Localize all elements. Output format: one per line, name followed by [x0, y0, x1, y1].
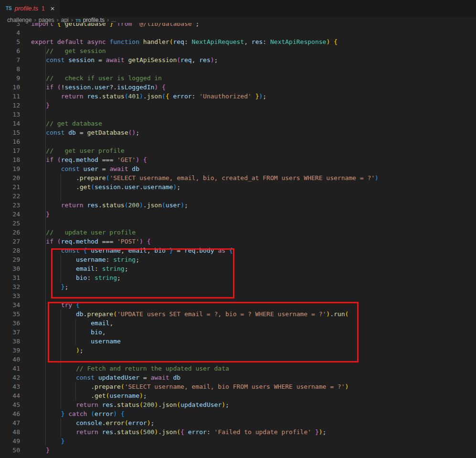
indent-guide — [45, 264, 46, 273]
indent-guide — [45, 328, 46, 337]
code-line-content: const db = getDatabase(); — [31, 128, 139, 137]
code-line: 7 const session = await getApiSession(re… — [0, 55, 476, 64]
code-line-content: .get(session.user.username); — [31, 182, 180, 192]
code-line: 8 — [0, 64, 476, 74]
code-line: 37 bio, — [0, 328, 476, 337]
indent-guide — [45, 373, 46, 382]
code-line-content: username: string; — [31, 255, 139, 264]
code-line-content: email: string; — [31, 264, 128, 273]
code-line: 21 .get(session.user.username); — [0, 182, 476, 192]
indent-guide — [45, 137, 46, 146]
code-line-content: // check if user is logged in — [31, 74, 162, 83]
indent-guide — [61, 355, 61, 364]
line-number: 14 — [0, 119, 20, 128]
line-number: 11 — [0, 92, 20, 101]
code-line: 44 .get(username); — [0, 391, 476, 400]
indent-guide — [45, 164, 46, 173]
code-editor[interactable]: 3import { getDatabase } from '@/lib/data… — [0, 19, 476, 455]
code-line: 47 console.error(error); — [0, 418, 476, 427]
indent-guide — [45, 74, 46, 83]
breadcrumb-item-[interactable]: ... — [111, 17, 116, 23]
code-line: 31 bio: string; — [0, 273, 476, 282]
code-line: 35 db.prepare('UPDATE users SET email = … — [0, 309, 476, 319]
indent-guide — [75, 391, 76, 400]
indent-guide — [45, 319, 46, 328]
line-number: 19 — [0, 164, 20, 173]
code-line: 28 const { username, email, bio } = req.… — [0, 246, 476, 255]
code-line: 39 ); — [0, 346, 476, 355]
indent-guide — [45, 300, 46, 309]
code-line: 34 try { — [0, 300, 476, 309]
indent-guide — [45, 46, 46, 55]
line-number: 21 — [0, 182, 20, 192]
indent-guide — [45, 346, 46, 355]
line-number: 22 — [0, 192, 20, 201]
indent-guide — [61, 273, 61, 282]
line-number: 48 — [0, 427, 20, 437]
indent-guide — [45, 309, 46, 319]
indent-guide — [61, 418, 61, 427]
line-number: 29 — [0, 255, 20, 264]
line-number: 17 — [0, 146, 20, 155]
breadcrumb-item-pages[interactable]: pages — [39, 17, 54, 23]
indent-guide — [61, 173, 61, 182]
code-line: 41 // Fetch and return the updated user … — [0, 364, 476, 373]
indent-guide — [61, 346, 61, 355]
code-line-content: } — [31, 446, 50, 455]
code-line-content: username — [31, 337, 121, 346]
line-number: 25 — [0, 219, 20, 228]
indent-guide — [61, 400, 61, 409]
indent-guide — [61, 337, 61, 346]
line-number: 12 — [0, 101, 20, 110]
close-icon[interactable]: × — [51, 5, 55, 12]
indent-guide — [45, 246, 46, 255]
code-line-content: // get user profile — [31, 146, 125, 155]
line-number: 49 — [0, 437, 20, 446]
line-number: 40 — [0, 355, 20, 364]
indent-guide — [75, 382, 76, 391]
indent-guide — [61, 192, 61, 201]
code-line: 36 email, — [0, 319, 476, 328]
code-line: 27 if (req.method === 'POST') { — [0, 237, 476, 246]
chevron-right-icon: › — [71, 16, 73, 23]
breadcrumb-item-profilets[interactable]: TSprofile.ts — [75, 17, 105, 23]
tab-profile-ts[interactable]: TS profile.ts 1 × — [0, 0, 60, 17]
indent-guide — [61, 309, 61, 319]
code-line-content: const { username, email, bio } = req.bod… — [31, 246, 233, 255]
line-number: 33 — [0, 291, 20, 300]
code-line: 15 const db = getDatabase(); — [0, 128, 476, 137]
code-line: 18 if (req.method === 'GET') { — [0, 155, 476, 164]
indent-guide — [45, 182, 46, 192]
code-line-content: email, — [31, 319, 113, 328]
line-number: 20 — [0, 173, 20, 182]
code-line: 42 const updatedUser = await db — [0, 373, 476, 382]
line-number: 4 — [0, 28, 20, 37]
chevron-right-icon: › — [34, 16, 36, 23]
indent-guide — [45, 101, 46, 110]
code-line: 12 } — [0, 101, 476, 110]
breadcrumb-item-api[interactable]: api — [61, 17, 69, 23]
code-line-content: const session = await getApiSession(req,… — [31, 55, 218, 64]
indent-guide — [61, 182, 61, 192]
code-line: 6 // get session — [0, 46, 476, 55]
line-number: 46 — [0, 409, 20, 418]
indent-guide — [45, 437, 46, 446]
code-line: 25 — [0, 219, 476, 228]
indent-guide — [45, 427, 46, 437]
code-line-content: if (req.method === 'POST') { — [31, 237, 151, 246]
indent-guide — [45, 273, 46, 282]
line-number: 5 — [0, 37, 20, 46]
code-line-content: .get(username); — [31, 391, 147, 400]
line-number: 27 — [0, 237, 20, 246]
indent-guide — [45, 382, 46, 391]
indent-guide — [45, 418, 46, 427]
code-line: 48 return res.status(500).json({ error: … — [0, 427, 476, 437]
indent-guide — [45, 364, 46, 373]
line-number: 43 — [0, 382, 20, 391]
code-line: 40 — [0, 355, 476, 364]
line-number: 42 — [0, 373, 20, 382]
breadcrumb-item-challenge[interactable]: challenge — [7, 17, 32, 23]
code-line-content: } — [31, 101, 50, 110]
code-line: 29 username: string; — [0, 255, 476, 264]
code-line-content: if (!session.user?.isLoggedIn) { — [31, 83, 166, 92]
